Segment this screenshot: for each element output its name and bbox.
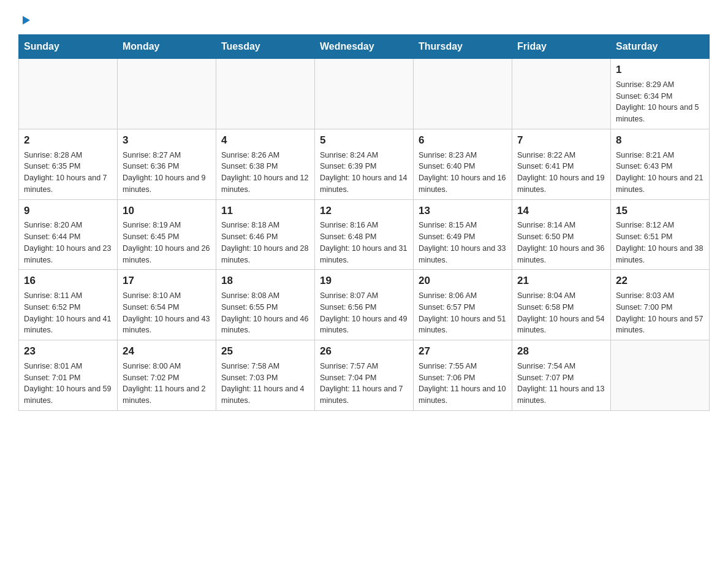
day-info: Sunrise: 8:15 AM Sunset: 6:49 PM Dayligh… xyxy=(419,220,507,266)
calendar-cell: 25Sunrise: 7:58 AM Sunset: 7:03 PM Dayli… xyxy=(216,340,315,411)
calendar-cell: 16Sunrise: 8:11 AM Sunset: 6:52 PM Dayli… xyxy=(19,270,118,340)
calendar-cell: 14Sunrise: 8:14 AM Sunset: 6:50 PM Dayli… xyxy=(512,199,611,270)
calendar-cell: 8Sunrise: 8:21 AM Sunset: 6:43 PM Daylig… xyxy=(611,129,710,199)
day-info: Sunrise: 8:26 AM Sunset: 6:38 PM Dayligh… xyxy=(221,150,309,196)
calendar-body: 1Sunrise: 8:29 AM Sunset: 6:34 PM Daylig… xyxy=(19,59,710,411)
day-info: Sunrise: 7:55 AM Sunset: 7:06 PM Dayligh… xyxy=(419,361,507,407)
calendar-cell: 9Sunrise: 8:20 AM Sunset: 6:44 PM Daylig… xyxy=(19,199,118,270)
calendar-cell: 18Sunrise: 8:08 AM Sunset: 6:55 PM Dayli… xyxy=(216,270,315,340)
day-info: Sunrise: 8:16 AM Sunset: 6:48 PM Dayligh… xyxy=(320,220,408,266)
calendar-cell: 19Sunrise: 8:07 AM Sunset: 6:56 PM Dayli… xyxy=(315,270,414,340)
day-info: Sunrise: 8:27 AM Sunset: 6:36 PM Dayligh… xyxy=(123,150,211,196)
day-info: Sunrise: 8:18 AM Sunset: 6:46 PM Dayligh… xyxy=(221,220,309,266)
svg-marker-0 xyxy=(23,16,30,25)
calendar-cell: 15Sunrise: 8:12 AM Sunset: 6:51 PM Dayli… xyxy=(611,199,710,270)
calendar-cell: 22Sunrise: 8:03 AM Sunset: 7:00 PM Dayli… xyxy=(611,270,710,340)
day-info: Sunrise: 8:24 AM Sunset: 6:39 PM Dayligh… xyxy=(320,150,408,196)
logo xyxy=(18,12,31,28)
weekday-header-sunday: Sunday xyxy=(19,35,118,59)
calendar-cell xyxy=(118,59,216,129)
day-info: Sunrise: 8:22 AM Sunset: 6:41 PM Dayligh… xyxy=(517,150,605,196)
calendar-cell: 1Sunrise: 8:29 AM Sunset: 6:34 PM Daylig… xyxy=(611,59,710,129)
day-info: Sunrise: 7:57 AM Sunset: 7:04 PM Dayligh… xyxy=(320,361,408,407)
calendar-cell: 26Sunrise: 7:57 AM Sunset: 7:04 PM Dayli… xyxy=(315,340,414,411)
day-number: 25 xyxy=(221,344,309,359)
calendar-table: SundayMondayTuesdayWednesdayThursdayFrid… xyxy=(18,34,710,411)
day-number: 23 xyxy=(24,344,112,359)
day-number: 1 xyxy=(616,63,704,77)
day-number: 18 xyxy=(221,274,309,288)
day-info: Sunrise: 8:14 AM Sunset: 6:50 PM Dayligh… xyxy=(517,220,605,266)
calendar-cell xyxy=(414,59,512,129)
day-info: Sunrise: 8:29 AM Sunset: 6:34 PM Dayligh… xyxy=(616,79,704,125)
day-info: Sunrise: 8:12 AM Sunset: 6:51 PM Dayligh… xyxy=(616,220,704,266)
calendar-cell: 27Sunrise: 7:55 AM Sunset: 7:06 PM Dayli… xyxy=(414,340,512,411)
day-number: 13 xyxy=(419,204,507,218)
calendar-cell xyxy=(19,59,118,129)
day-info: Sunrise: 8:04 AM Sunset: 6:58 PM Dayligh… xyxy=(517,290,605,336)
day-info: Sunrise: 8:07 AM Sunset: 6:56 PM Dayligh… xyxy=(320,290,408,336)
day-info: Sunrise: 7:54 AM Sunset: 7:07 PM Dayligh… xyxy=(517,361,605,407)
day-number: 26 xyxy=(320,344,408,359)
day-info: Sunrise: 7:58 AM Sunset: 7:03 PM Dayligh… xyxy=(221,361,309,407)
page-header xyxy=(18,12,710,28)
weekday-header-saturday: Saturday xyxy=(611,35,710,59)
day-number: 4 xyxy=(221,133,309,148)
calendar-week-row: 16Sunrise: 8:11 AM Sunset: 6:52 PM Dayli… xyxy=(19,270,710,340)
calendar-cell: 7Sunrise: 8:22 AM Sunset: 6:41 PM Daylig… xyxy=(512,129,611,199)
day-number: 28 xyxy=(517,344,605,359)
day-info: Sunrise: 8:00 AM Sunset: 7:02 PM Dayligh… xyxy=(123,361,211,407)
calendar-cell: 4Sunrise: 8:26 AM Sunset: 6:38 PM Daylig… xyxy=(216,129,315,199)
day-number: 9 xyxy=(24,204,112,218)
calendar-cell: 2Sunrise: 8:28 AM Sunset: 6:35 PM Daylig… xyxy=(19,129,118,199)
day-number: 12 xyxy=(320,204,408,218)
day-number: 2 xyxy=(24,133,112,148)
day-info: Sunrise: 8:03 AM Sunset: 7:00 PM Dayligh… xyxy=(616,290,704,336)
calendar-cell: 13Sunrise: 8:15 AM Sunset: 6:49 PM Dayli… xyxy=(414,199,512,270)
day-info: Sunrise: 8:23 AM Sunset: 6:40 PM Dayligh… xyxy=(419,150,507,196)
day-number: 27 xyxy=(419,344,507,359)
day-number: 16 xyxy=(24,274,112,288)
calendar-cell xyxy=(216,59,315,129)
weekday-header-thursday: Thursday xyxy=(414,35,512,59)
weekday-header-tuesday: Tuesday xyxy=(216,35,315,59)
weekday-header-wednesday: Wednesday xyxy=(315,35,414,59)
calendar-cell: 20Sunrise: 8:06 AM Sunset: 6:57 PM Dayli… xyxy=(414,270,512,340)
day-info: Sunrise: 8:19 AM Sunset: 6:45 PM Dayligh… xyxy=(123,220,211,266)
calendar-cell xyxy=(611,340,710,411)
day-number: 15 xyxy=(616,204,704,218)
day-number: 5 xyxy=(320,133,408,148)
calendar-cell: 6Sunrise: 8:23 AM Sunset: 6:40 PM Daylig… xyxy=(414,129,512,199)
calendar-week-row: 9Sunrise: 8:20 AM Sunset: 6:44 PM Daylig… xyxy=(19,199,710,270)
day-info: Sunrise: 8:06 AM Sunset: 6:57 PM Dayligh… xyxy=(419,290,507,336)
calendar-cell: 10Sunrise: 8:19 AM Sunset: 6:45 PM Dayli… xyxy=(118,199,216,270)
calendar-week-row: 2Sunrise: 8:28 AM Sunset: 6:35 PM Daylig… xyxy=(19,129,710,199)
calendar-cell: 28Sunrise: 7:54 AM Sunset: 7:07 PM Dayli… xyxy=(512,340,611,411)
day-info: Sunrise: 8:28 AM Sunset: 6:35 PM Dayligh… xyxy=(24,150,112,196)
day-number: 11 xyxy=(221,204,309,218)
day-number: 6 xyxy=(419,133,507,148)
day-number: 8 xyxy=(616,133,704,148)
day-info: Sunrise: 8:21 AM Sunset: 6:43 PM Dayligh… xyxy=(616,150,704,196)
calendar-cell: 3Sunrise: 8:27 AM Sunset: 6:36 PM Daylig… xyxy=(118,129,216,199)
day-number: 3 xyxy=(123,133,211,148)
day-info: Sunrise: 8:10 AM Sunset: 6:54 PM Dayligh… xyxy=(123,290,211,336)
day-number: 17 xyxy=(123,274,211,288)
calendar-header: SundayMondayTuesdayWednesdayThursdayFrid… xyxy=(19,35,710,59)
calendar-cell: 17Sunrise: 8:10 AM Sunset: 6:54 PM Dayli… xyxy=(118,270,216,340)
calendar-cell: 5Sunrise: 8:24 AM Sunset: 6:39 PM Daylig… xyxy=(315,129,414,199)
weekday-header-monday: Monday xyxy=(118,35,216,59)
day-info: Sunrise: 8:11 AM Sunset: 6:52 PM Dayligh… xyxy=(24,290,112,336)
calendar-cell: 24Sunrise: 8:00 AM Sunset: 7:02 PM Dayli… xyxy=(118,340,216,411)
day-number: 22 xyxy=(616,274,704,288)
calendar-cell: 12Sunrise: 8:16 AM Sunset: 6:48 PM Dayli… xyxy=(315,199,414,270)
calendar-cell: 23Sunrise: 8:01 AM Sunset: 7:01 PM Dayli… xyxy=(19,340,118,411)
day-info: Sunrise: 8:08 AM Sunset: 6:55 PM Dayligh… xyxy=(221,290,309,336)
day-number: 20 xyxy=(419,274,507,288)
day-number: 21 xyxy=(517,274,605,288)
calendar-cell xyxy=(315,59,414,129)
day-info: Sunrise: 8:01 AM Sunset: 7:01 PM Dayligh… xyxy=(24,361,112,407)
day-number: 14 xyxy=(517,204,605,218)
weekday-header-row: SundayMondayTuesdayWednesdayThursdayFrid… xyxy=(19,35,710,59)
calendar-cell xyxy=(512,59,611,129)
